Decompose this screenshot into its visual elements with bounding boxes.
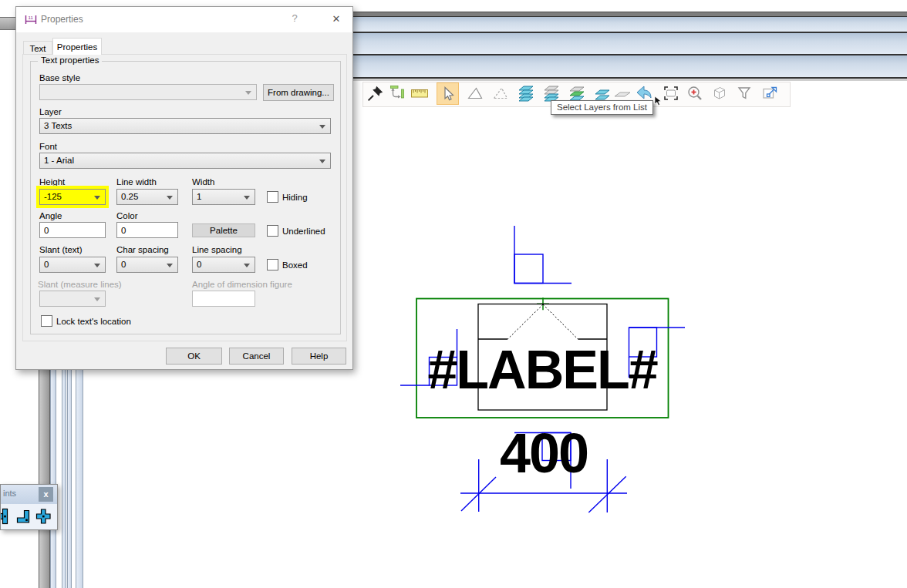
cad-dimension-text[interactable]: 400 [497, 425, 590, 482]
cancel-button[interactable]: Cancel [229, 348, 284, 365]
font-label: Font [39, 142, 57, 151]
slant-measure-label: Slant (measure lines) [38, 280, 122, 289]
points-panel-title: ints [3, 489, 16, 498]
points-panel-titlebar[interactable]: ints x [1, 485, 57, 504]
chevron-down-icon [167, 196, 173, 200]
angle-dim-label: Angle of dimension figure [192, 280, 292, 289]
dimension-icon: 11 [24, 14, 38, 25]
chevron-down-icon [94, 196, 100, 200]
filter-icon[interactable] [733, 82, 755, 105]
slant-text-label: Slant (text) [39, 245, 83, 254]
char-spacing-label: Char spacing [116, 245, 169, 254]
ok-button[interactable]: OK [166, 348, 222, 365]
chevron-down-icon [245, 91, 251, 95]
angle-label: Angle [39, 211, 62, 220]
help-icon[interactable]: ? [285, 12, 305, 28]
height-label: Height [39, 177, 65, 186]
group-title: Text properties [38, 55, 102, 65]
layers-all-icon[interactable] [514, 82, 537, 105]
checkbox-box[interactable] [267, 225, 278, 237]
chevron-down-icon [167, 264, 173, 267]
junction-tee-icon[interactable] [0, 507, 14, 526]
color-label: Color [116, 211, 137, 220]
measure-step-icon[interactable] [386, 82, 408, 105]
triangle-dashed-icon[interactable] [489, 82, 511, 105]
chevron-down-icon [319, 160, 325, 163]
height-combo[interactable]: -125 [39, 189, 106, 205]
width-label: Width [192, 177, 214, 186]
slant-measure-combo [39, 291, 106, 307]
select-cursor-icon[interactable] [437, 82, 459, 105]
pin-icon[interactable] [364, 82, 386, 105]
cad-label-text[interactable]: #LABEL# [426, 342, 659, 398]
underlined-checkbox[interactable]: Underlined [267, 225, 325, 237]
checkbox-box[interactable] [267, 259, 278, 270]
close-icon[interactable]: x [39, 487, 53, 502]
dialog-titlebar[interactable]: 11 Properties ? ✕ [16, 7, 352, 32]
points-panel: ints x [0, 484, 58, 530]
tab-text[interactable]: Text [23, 41, 52, 55]
color-input[interactable] [116, 222, 178, 238]
palette-button[interactable]: Palette [192, 223, 255, 237]
line-spacing-combo[interactable]: 0 [192, 257, 255, 273]
app-root: { "dialog": { "title": "Properties", "he… [0, 0, 907, 588]
zoom-in-icon[interactable] [683, 82, 706, 105]
blue-corner-marker [514, 226, 572, 284]
triangle-icon[interactable] [464, 82, 486, 105]
dialog-title: Properties [41, 14, 83, 25]
junction-cross-icon[interactable] [34, 507, 52, 526]
line-width-label: Line width [116, 177, 157, 186]
base-style-label: Base style [39, 73, 80, 82]
font-combo[interactable]: 1 - Arial [39, 153, 331, 169]
layer-combo[interactable]: 3 Texts [39, 118, 331, 134]
hiding-checkbox[interactable]: Hiding [267, 191, 308, 203]
checkbox-box[interactable] [41, 315, 52, 327]
chevron-down-icon [244, 264, 250, 267]
line-spacing-label: Line spacing [192, 245, 242, 254]
char-spacing-combo[interactable]: 0 [116, 257, 178, 273]
properties-dialog: 11 Properties ? ✕ Text Properties Text p… [15, 6, 353, 370]
junction-elbow-icon[interactable] [15, 507, 33, 526]
chevron-down-icon [94, 297, 100, 301]
line-width-combo[interactable]: 0.25 [116, 189, 178, 205]
angle-input[interactable] [39, 222, 106, 238]
boxed-checkbox[interactable]: Boxed [267, 259, 308, 270]
svg-text:11: 11 [29, 15, 34, 20]
chevron-down-icon [94, 264, 100, 267]
width-combo[interactable]: 1 [192, 189, 255, 205]
chevron-down-icon [319, 125, 325, 129]
base-style-combo[interactable] [39, 84, 257, 100]
export-view-icon[interactable] [759, 82, 781, 105]
chevron-down-icon [244, 196, 250, 200]
tab-properties[interactable]: Properties [52, 38, 102, 55]
ruler-icon[interactable] [408, 82, 430, 105]
slant-text-combo[interactable]: 0 [39, 257, 106, 273]
layer-label: Layer [39, 107, 62, 116]
cube-icon[interactable] [707, 82, 730, 105]
tooltip: Select Layers from List [551, 100, 653, 115]
close-icon[interactable]: ✕ [325, 11, 348, 28]
help-button[interactable]: Help [292, 348, 346, 365]
from-drawing-button[interactable]: From drawing... [263, 84, 334, 101]
lock-location-checkbox[interactable]: Lock text's location [41, 315, 131, 327]
mouse-cursor-icon [653, 96, 664, 106]
angle-dim-input[interactable] [192, 291, 255, 307]
checkbox-box[interactable] [267, 191, 278, 203]
